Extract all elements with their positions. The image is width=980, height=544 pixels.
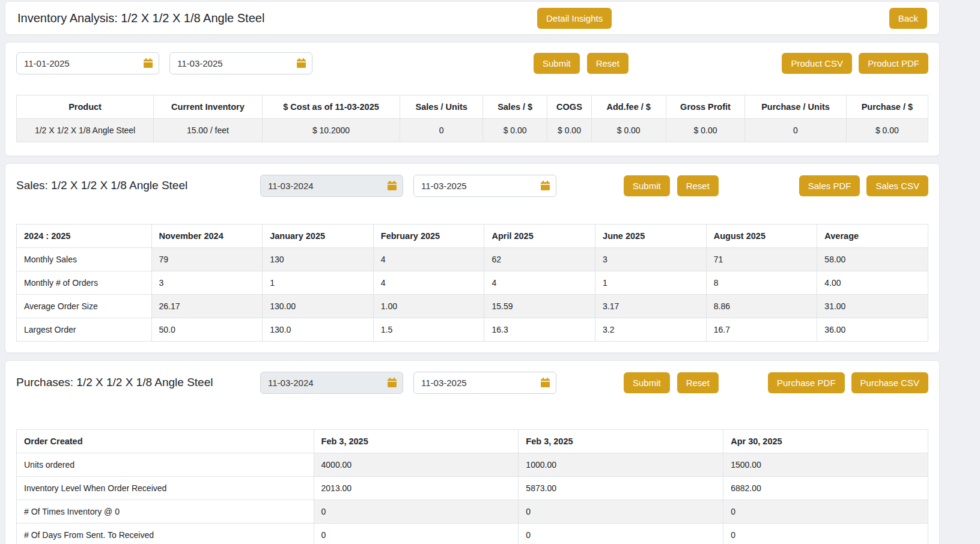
column-header: Current Inventory	[154, 95, 263, 119]
back-button[interactable]: Back	[889, 8, 927, 29]
cell: 58.00	[817, 248, 928, 271]
purchases-csv-button[interactable]: Purchase CSV	[851, 372, 928, 393]
product-date-from-field	[16, 52, 159, 74]
column-header: Purchase / $	[846, 95, 928, 119]
product-date-to-input[interactable]	[169, 52, 312, 74]
cell: 0	[400, 119, 483, 142]
column-header: Add.fee / $	[591, 95, 666, 119]
row-header: # Of Times Inventory @ 0	[17, 500, 314, 524]
calendar-icon[interactable]	[388, 378, 397, 387]
purchases-pdf-button[interactable]: Purchase PDF	[768, 372, 845, 393]
cell: 3	[151, 271, 263, 295]
column-header: April 2025	[484, 225, 595, 248]
sales-date-from-input[interactable]	[260, 175, 403, 197]
sales-exports: Sales PDF Sales CSV	[799, 175, 928, 196]
purchases-title: Purchases: 1/2 X 1/2 X 1/8 Angle Steel	[16, 376, 260, 389]
calendar-icon[interactable]	[144, 58, 153, 68]
cell: 4.00	[817, 271, 928, 295]
cell: 8	[706, 271, 817, 295]
table-row: Monthly # of Orders3144184.00	[17, 271, 928, 295]
row-header: Units ordered	[17, 453, 314, 477]
cell: 1	[263, 271, 374, 295]
column-header: 2024 : 2025	[17, 225, 152, 248]
column-header: January 2025	[263, 225, 374, 248]
table-row: # Of Times Inventory @ 0000	[17, 500, 928, 524]
product-reset-button[interactable]: Reset	[587, 53, 628, 74]
purchases-exports: Purchase PDF Purchase CSV	[768, 372, 928, 393]
cell: 4000.00	[314, 453, 519, 477]
table-row: Monthly Sales7913046237158.00	[17, 248, 928, 271]
cell: 2013.00	[314, 477, 519, 500]
calendar-icon[interactable]	[388, 181, 397, 190]
column-header: $ Cost as of 11-03-2025	[262, 95, 400, 119]
purchases-date-to-input[interactable]	[413, 372, 556, 394]
cell: 0	[745, 119, 846, 142]
cell: 3.17	[595, 295, 707, 318]
page-title: Inventory Analysis: 1/2 X 1/2 X 1/8 Angl…	[17, 11, 264, 25]
cell: 0	[723, 524, 928, 544]
cell: 0	[519, 500, 723, 524]
cell: 3.2	[595, 318, 707, 342]
column-header: August 2025	[706, 225, 817, 248]
sales-csv-button[interactable]: Sales CSV	[866, 175, 928, 196]
purchases-submit-button[interactable]: Submit	[624, 372, 670, 393]
cell: $ 10.2000	[262, 119, 400, 142]
product-date-range	[16, 52, 312, 74]
product-date-from-input[interactable]	[16, 52, 159, 74]
sales-header-row: Sales: 1/2 X 1/2 X 1/8 Angle Steel	[16, 172, 928, 199]
header-row: 2024 : 2025November 2024January 2025Febr…	[17, 225, 928, 248]
detail-insights-button[interactable]: Detail Insights	[537, 8, 612, 29]
sales-date-from-field	[260, 175, 403, 197]
table-row: # Of Days From Sent. To Received000	[17, 524, 928, 544]
cell: 0	[723, 500, 928, 524]
sales-reset-button[interactable]: Reset	[677, 175, 719, 196]
cell: 1000.00	[519, 453, 723, 477]
cell: 62	[484, 248, 595, 271]
cell: 1.5	[373, 318, 484, 342]
row-header: Inventory Level When Order Received	[17, 477, 314, 500]
column-header: Sales / $	[483, 95, 547, 119]
cell: $ 0.00	[591, 119, 666, 142]
calendar-icon[interactable]	[297, 58, 306, 68]
column-header: Sales / Units	[400, 95, 483, 119]
row-header: Monthly # of Orders	[17, 271, 152, 295]
sales-submit-button[interactable]: Submit	[624, 175, 670, 196]
column-header: Average	[817, 225, 928, 248]
column-header: Feb 3, 2025	[519, 430, 723, 453]
cell: 6882.00	[723, 477, 928, 500]
cell: 16.3	[484, 318, 595, 342]
row-header: # Of Days From Sent. To Received	[17, 524, 314, 544]
product-submit-button[interactable]: Submit	[534, 53, 580, 74]
product-pdf-button[interactable]: Product PDF	[859, 53, 928, 74]
calendar-icon[interactable]	[541, 378, 550, 387]
sales-date-to-input[interactable]	[413, 175, 556, 197]
product-table: ProductCurrent Inventory$ Cost as of 11-…	[16, 95, 928, 142]
purchases-reset-button[interactable]: Reset	[677, 372, 719, 393]
cell: 50.0	[151, 318, 263, 342]
cell: 8.86	[706, 295, 817, 318]
table-row: Inventory Level When Order Received2013.…	[17, 477, 928, 500]
column-header: Gross Profit	[666, 95, 745, 119]
sales-pdf-button[interactable]: Sales PDF	[799, 175, 860, 196]
row-header: Largest Order	[17, 318, 152, 342]
product-csv-button[interactable]: Product CSV	[782, 53, 852, 74]
calendar-icon[interactable]	[541, 181, 550, 190]
product-date-to-field	[169, 52, 312, 74]
column-header: Purchase / Units	[745, 95, 846, 119]
purchases-date-from-field	[260, 372, 403, 394]
cell: $ 0.00	[846, 119, 928, 142]
column-header: Product	[17, 95, 154, 119]
cell: 0	[314, 524, 519, 544]
column-header: November 2024	[151, 225, 263, 248]
cell: 130.0	[263, 318, 374, 342]
cell: 16.7	[706, 318, 817, 342]
cell: 3	[595, 248, 707, 271]
row-header: Average Order Size	[17, 295, 152, 318]
cell: 4	[373, 271, 484, 295]
purchases-date-from-input[interactable]	[260, 372, 403, 394]
cell: 0	[519, 524, 723, 544]
product-actions: Submit Reset	[534, 53, 628, 74]
cell: 1/2 X 1/2 X 1/8 Angle Steel	[17, 119, 154, 142]
column-header: June 2025	[595, 225, 707, 248]
column-header: Apr 30, 2025	[723, 430, 928, 453]
